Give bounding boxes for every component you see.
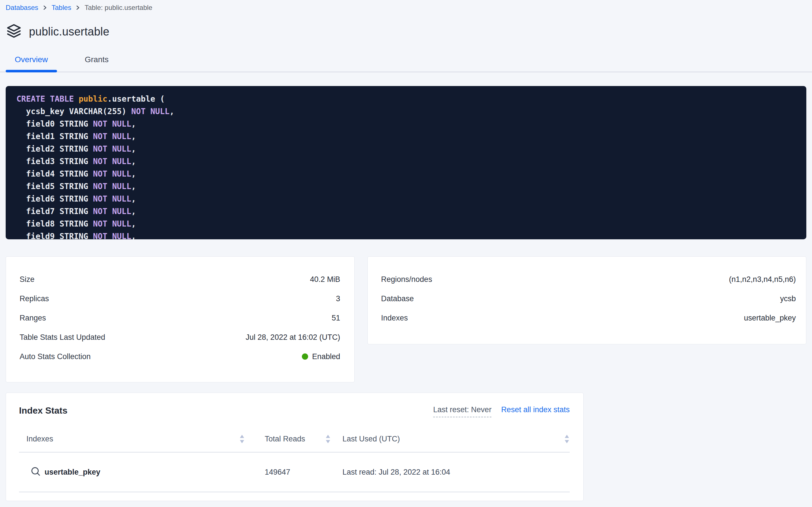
stat-row-size: Size 40.2 MiB (19, 270, 340, 289)
stat-row-auto-stats: Auto Stats Collection Enabled (19, 347, 340, 366)
stat-value: 3 (336, 294, 340, 303)
stat-label: Table Stats Last Updated (19, 333, 105, 342)
layers-icon (6, 23, 22, 40)
column-header-indexes[interactable]: Indexes (19, 434, 249, 444)
stat-row-replicas: Replicas 3 (19, 289, 340, 308)
detail-value: usertable_pkey (744, 314, 796, 323)
tab-grants[interactable]: Grants (76, 51, 118, 71)
sort-icon[interactable] (564, 434, 570, 444)
stat-row-ranges: Ranges 51 (19, 308, 340, 328)
page-title: public.usertable (29, 25, 109, 38)
index-stats-row: usertable_pkey 149647 Last read: Jul 28,… (19, 452, 570, 492)
stat-label: Ranges (19, 314, 46, 323)
tab-bar: Overview Grants (0, 51, 812, 72)
column-label: Total Reads (265, 435, 305, 443)
last-reset-label: Last reset: Never (433, 405, 492, 417)
index-name-cell[interactable]: usertable_pkey (19, 466, 249, 478)
status-text: Enabled (312, 352, 340, 361)
sql-code: CREATE TABLE public.usertable ( ycsb_key… (16, 93, 798, 239)
breadcrumb: Databases Tables Table: public.usertable (6, 0, 806, 12)
breadcrumb-link-databases[interactable]: Databases (6, 3, 38, 12)
detail-label: Indexes (381, 314, 408, 323)
index-stats-table: Indexes Total Reads Last Used (UTC) (19, 426, 570, 492)
index-name[interactable]: usertable_pkey (45, 468, 101, 476)
detail-row-indexes: Indexes usertable_pkey (381, 308, 796, 328)
index-stats-table-header: Indexes Total Reads Last Used (UTC) (19, 426, 570, 452)
total-reads-cell: 149647 (249, 468, 334, 476)
summary-cards: Size 40.2 MiB Replicas 3 Ranges 51 Table… (6, 256, 806, 382)
table-details-card: Regions/nodes (n1,n2,n3,n4,n5,n6) Databa… (367, 256, 806, 344)
last-used-value: Last read: Jul 28, 2022 at 16:04 (342, 468, 450, 476)
column-header-last-used[interactable]: Last Used (UTC) (334, 434, 570, 444)
status-dot-enabled (302, 353, 308, 360)
stat-value: Enabled (302, 352, 340, 361)
stat-value: 51 (332, 314, 340, 323)
stat-value: Jul 28, 2022 at 16:02 (UTC) (246, 333, 340, 342)
create-table-statement-box: CREATE TABLE public.usertable ( ycsb_key… (6, 86, 806, 239)
table-divider (19, 492, 570, 492)
stat-row-stats-updated: Table Stats Last Updated Jul 28, 2022 at… (19, 328, 340, 347)
stat-label: Auto Stats Collection (19, 352, 91, 361)
sort-icon[interactable] (325, 434, 331, 444)
index-stats-card: Index Stats Last reset: Never Reset all … (6, 393, 583, 501)
detail-label: Regions/nodes (381, 275, 432, 284)
detail-value: ycsb (780, 294, 796, 303)
tab-overview[interactable]: Overview (6, 51, 57, 71)
reset-index-stats-link[interactable]: Reset all index stats (501, 405, 570, 414)
detail-row-regions: Regions/nodes (n1,n2,n3,n4,n5,n6) (381, 270, 796, 289)
detail-row-database: Database ycsb (381, 289, 796, 308)
stat-label: Size (19, 275, 35, 284)
column-header-total-reads[interactable]: Total Reads (249, 434, 334, 444)
sort-icon[interactable] (239, 434, 245, 444)
column-label: Last Used (UTC) (342, 435, 400, 443)
detail-label: Database (381, 294, 414, 303)
breadcrumb-link-tables[interactable]: Tables (52, 3, 71, 12)
table-detail-page: Databases Tables Table: public.usertable… (0, 0, 812, 501)
breadcrumb-current: Table: public.usertable (84, 3, 152, 12)
last-used-cell: Last read: Jul 28, 2022 at 16:04 (334, 468, 570, 476)
column-label: Indexes (26, 435, 53, 443)
detail-value: (n1,n2,n3,n4,n5,n6) (729, 275, 796, 284)
index-stats-title: Index Stats (19, 405, 67, 416)
chevron-right-icon (43, 4, 47, 11)
chevron-right-icon (76, 4, 80, 11)
index-stats-header: Index Stats Last reset: Never Reset all … (19, 405, 570, 417)
total-reads-value: 149647 (265, 468, 290, 476)
page-header: public.usertable (6, 23, 806, 40)
search-icon (30, 466, 41, 478)
stat-value: 40.2 MiB (310, 275, 340, 284)
stat-label: Replicas (19, 294, 49, 303)
table-stats-card: Size 40.2 MiB Replicas 3 Ranges 51 Table… (6, 256, 355, 382)
